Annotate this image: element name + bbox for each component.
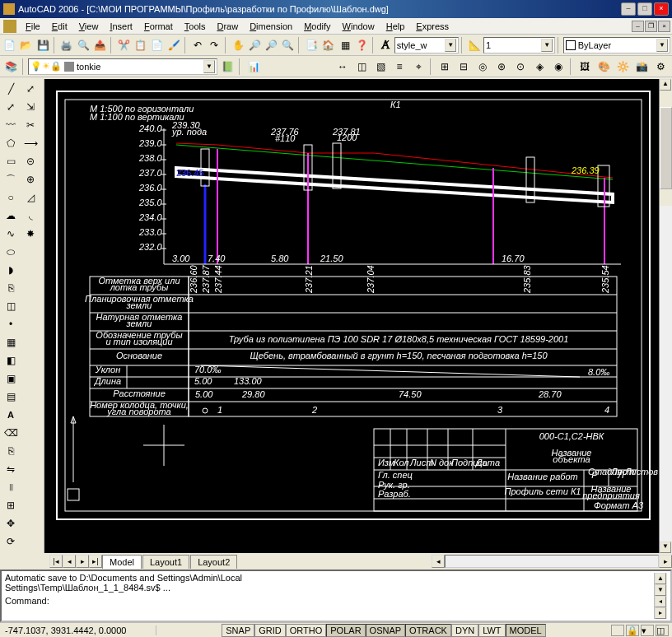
model-toggle[interactable]: MODEL	[506, 624, 546, 637]
app4-icon[interactable]: ⊛	[492, 58, 511, 76]
lwt-toggle[interactable]: LWT	[478, 624, 505, 637]
render1-icon[interactable]: 🖼	[576, 58, 594, 76]
app6-icon[interactable]: ◈	[530, 58, 548, 76]
app5-icon[interactable]: ⊙	[511, 58, 530, 76]
save-button[interactable]: 💾	[35, 36, 51, 54]
menu-format[interactable]: Format	[138, 20, 179, 33]
insert-icon[interactable]: ⎘	[1, 279, 21, 297]
tab-model[interactable]: Model	[102, 555, 142, 569]
command-prompt[interactable]: Command:	[5, 596, 654, 606]
comm-icon[interactable]	[611, 625, 624, 636]
block-icon[interactable]: ◫	[1, 297, 21, 315]
publish-button[interactable]: 📤	[92, 36, 108, 54]
cut-button[interactable]: ✂️	[116, 36, 132, 54]
tab-last-button[interactable]: ▸|	[89, 555, 102, 568]
doc-icon[interactable]	[3, 20, 16, 33]
zoom-button[interactable]: 🔎	[247, 36, 263, 54]
render5-icon[interactable]: ⚙	[651, 58, 670, 76]
offset-icon[interactable]: ⫴	[1, 478, 21, 496]
polar-toggle[interactable]: POLAR	[326, 624, 365, 637]
app7-icon[interactable]: ◉	[549, 58, 567, 76]
tab-first-button[interactable]: |◂	[49, 555, 63, 568]
render3-icon[interactable]: 🔆	[614, 58, 632, 76]
cmd-scrollbar[interactable]: ▲▼ ◂▸	[654, 573, 667, 619]
arc-icon[interactable]: ⌒	[1, 170, 21, 188]
undo-button[interactable]: ↶	[189, 36, 205, 54]
color-combo[interactable]: ByLayer▼	[563, 37, 670, 53]
spline-icon[interactable]: ∿	[1, 225, 21, 243]
rect-icon[interactable]: ▭	[1, 152, 21, 170]
id-icon[interactable]: ⌖	[409, 58, 427, 76]
osnap-toggle[interactable]: OSNAP	[366, 624, 406, 637]
help-button[interactable]: ❓	[354, 36, 370, 54]
extend-icon[interactable]: ⟶	[21, 134, 40, 152]
new-button[interactable]: 📄	[2, 36, 17, 54]
tab-layout1[interactable]: Layout1	[142, 555, 189, 569]
render2-icon[interactable]: 🎨	[595, 58, 613, 76]
pline-icon[interactable]: 〰	[1, 116, 21, 134]
hscroll-left-button[interactable]: ◂	[432, 555, 445, 568]
explode-icon[interactable]: ✸	[21, 225, 40, 243]
sh-button[interactable]: ▦	[337, 36, 352, 54]
point-icon[interactable]: •	[1, 315, 21, 333]
area-icon[interactable]: ◫	[352, 58, 371, 76]
maximize-button[interactable]: □	[637, 2, 652, 16]
app2-icon[interactable]: ⊟	[455, 58, 473, 76]
open-button[interactable]: 📂	[18, 36, 34, 54]
zoomp-button[interactable]: 🔍	[280, 36, 296, 54]
scroll-down-icon[interactable]: ▼	[660, 542, 671, 553]
circle-icon[interactable]: ○	[1, 188, 21, 207]
move-icon[interactable]: ✥	[1, 514, 21, 532]
xline-icon[interactable]: ⤢	[1, 98, 21, 116]
dcenter-button[interactable]: 🏠	[320, 36, 336, 54]
menu-express[interactable]: Express	[410, 20, 455, 33]
distance-icon[interactable]: ↔	[334, 58, 352, 76]
textstyle-combo[interactable]: style_w▼	[394, 37, 459, 53]
mirror-icon[interactable]: ⇋	[1, 460, 21, 478]
join-icon[interactable]: ⊕	[21, 170, 40, 188]
menu-draw[interactable]: Draw	[211, 20, 244, 33]
erase-icon[interactable]: ⌫	[1, 424, 21, 442]
cleanscreen-icon[interactable]: ◫	[656, 625, 669, 636]
line-icon[interactable]: ╱	[1, 80, 21, 98]
print-button[interactable]: 🖨️	[58, 36, 74, 54]
drawing-area[interactable]: К1 М 1:500 по горизонтали М 1:100 по вер…	[44, 79, 672, 553]
polygon-icon[interactable]: ⬠	[1, 134, 21, 152]
layerprev-button[interactable]: 📗	[218, 58, 236, 76]
mdi-close-button[interactable]: ×	[658, 21, 670, 32]
dyn-toggle[interactable]: DYN	[451, 624, 478, 637]
menu-edit[interactable]: Edit	[46, 20, 73, 33]
break-icon[interactable]: ⊝	[21, 152, 40, 170]
textstyle-icon[interactable]: A̸	[378, 36, 394, 54]
menu-help[interactable]: Help	[380, 20, 411, 33]
dimstyle-combo[interactable]: 1▼	[483, 37, 555, 53]
command-window[interactable]: Automatic save to D:\Documents and Setti…	[0, 570, 672, 622]
tab-prev-button[interactable]: ◂	[63, 555, 76, 568]
ortho-toggle[interactable]: ORTHO	[286, 624, 327, 637]
minimize-button[interactable]: –	[621, 2, 636, 16]
paste-button[interactable]: 📄	[149, 36, 165, 54]
chamfer-icon[interactable]: ◿	[21, 188, 40, 207]
redo-button[interactable]: ↷	[207, 36, 222, 54]
dimstyle-icon[interactable]: 📐	[467, 36, 483, 54]
table-icon[interactable]: ▤	[1, 388, 21, 406]
tray-flyout-icon[interactable]: ▾	[641, 625, 654, 636]
preview-button[interactable]: 🔍	[76, 36, 91, 54]
array-icon[interactable]: ⊞	[1, 496, 21, 514]
revcloud-icon[interactable]: ☁	[1, 207, 21, 225]
prop-button[interactable]: 📑	[304, 36, 320, 54]
layer-combo[interactable]: 💡 ☀ 🔒 tonkie▼	[28, 58, 217, 75]
rotate-icon[interactable]: ⟳	[1, 532, 21, 551]
scroll-up-icon[interactable]: ▲	[660, 79, 671, 91]
mdi-minimize-button[interactable]: –	[632, 21, 644, 32]
ltype-button[interactable]: 📊	[245, 58, 263, 76]
ellipsearc-icon[interactable]: ◗	[1, 261, 21, 279]
tab-layout2[interactable]: Layout2	[190, 555, 237, 569]
menu-modify[interactable]: Modify	[298, 20, 336, 33]
menu-view[interactable]: View	[73, 20, 105, 33]
match-button[interactable]: 🖌️	[166, 36, 181, 54]
hscroll-track[interactable]	[445, 555, 659, 568]
vertical-scrollbar[interactable]: ▲ ▼	[659, 79, 672, 553]
copy-button[interactable]: 📋	[133, 36, 148, 54]
menu-insert[interactable]: Insert	[104, 20, 138, 33]
